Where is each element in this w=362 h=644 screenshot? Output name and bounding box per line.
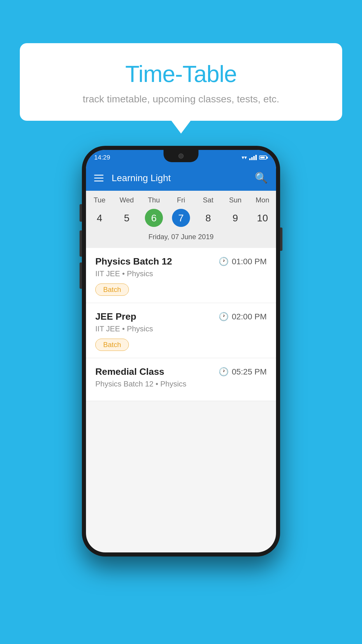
day-header-sat: Sat — [195, 196, 222, 204]
front-camera — [178, 153, 184, 159]
schedule-item-1-title: Physics Batch 12 — [95, 256, 172, 267]
battery-icon — [259, 155, 268, 160]
schedule-item-3-time-value: 05:25 PM — [232, 367, 267, 377]
battery-body — [259, 155, 267, 160]
speech-bubble: Time-Table track timetable, upcoming cla… — [20, 43, 342, 121]
schedule-item-remedial[interactable]: Remedial Class 🕐 05:25 PM Physics Batch … — [86, 358, 276, 401]
day-9[interactable]: 9 — [222, 206, 249, 229]
day-header-fri: Fri — [167, 196, 194, 204]
schedule-item-2-title: JEE Prep — [95, 311, 136, 322]
clock-icon-1: 🕐 — [219, 257, 229, 266]
phone-notch — [164, 150, 198, 162]
signal-bars-icon — [249, 155, 257, 160]
schedule-item-1-header: Physics Batch 12 🕐 01:00 PM — [95, 256, 267, 267]
schedule-item-physics-batch[interactable]: Physics Batch 12 🕐 01:00 PM IIT JEE • Ph… — [86, 248, 276, 303]
status-time: 14:29 — [94, 154, 110, 161]
schedule-item-3-header: Remedial Class 🕐 05:25 PM — [95, 366, 267, 377]
clock-icon-3: 🕐 — [219, 367, 229, 377]
schedule-item-1-time-value: 01:00 PM — [232, 257, 267, 266]
bubble-subtitle: track timetable, upcoming classes, tests… — [31, 93, 331, 105]
day-7-selected[interactable]: 7 — [167, 206, 194, 229]
app-title: Learning Light — [112, 173, 255, 183]
day-header-tue: Tue — [86, 196, 113, 204]
status-icons: ▾▾ — [242, 154, 268, 161]
menu-button[interactable] — [94, 175, 103, 181]
calendar-strip: Tue Wed Thu Fri Sat Sun Mon 4 5 6 7 8 9 … — [86, 191, 276, 248]
schedule-item-2-subtitle: IIT JEE • Physics — [95, 324, 267, 333]
day-header-sun: Sun — [222, 196, 249, 204]
phone-frame: 14:29 ▾▾ — [82, 146, 280, 556]
app-bar: Learning Light 🔍 — [86, 165, 276, 191]
schedule-item-2-time-value: 02:00 PM — [232, 312, 267, 321]
search-icon[interactable]: 🔍 — [255, 172, 268, 184]
schedule-item-3-time: 🕐 05:25 PM — [219, 367, 267, 377]
silent-button — [80, 262, 82, 289]
day-8[interactable]: 8 — [195, 206, 222, 229]
schedule-item-2-header: JEE Prep 🕐 02:00 PM — [95, 311, 267, 322]
battery-fill — [260, 157, 265, 158]
schedule-item-2-time: 🕐 02:00 PM — [219, 312, 267, 321]
wifi-icon: ▾▾ — [242, 154, 247, 161]
batch-badge-2: Batch — [95, 339, 129, 351]
day-header-mon: Mon — [249, 196, 276, 204]
schedule-item-1-subtitle: IIT JEE • Physics — [95, 269, 267, 278]
batch-badge-1: Batch — [95, 284, 129, 296]
clock-icon-2: 🕐 — [219, 312, 229, 321]
day-numbers: 4 5 6 7 8 9 10 — [86, 206, 276, 229]
phone-screen: 14:29 ▾▾ — [86, 150, 276, 552]
selected-date-label: Friday, 07 June 2019 — [86, 229, 276, 246]
bubble-title: Time-Table — [31, 61, 331, 88]
volume-up-button — [80, 204, 82, 222]
schedule-item-1-time: 🕐 01:00 PM — [219, 257, 267, 266]
day-10[interactable]: 10 — [249, 206, 276, 229]
phone-mockup: 14:29 ▾▾ — [82, 146, 280, 556]
schedule-item-3-title: Remedial Class — [95, 366, 164, 377]
volume-down-button — [80, 230, 82, 257]
day-headers: Tue Wed Thu Fri Sat Sun Mon — [86, 196, 276, 204]
battery-tip — [267, 157, 268, 159]
day-header-wed: Wed — [113, 196, 140, 204]
day-header-thu: Thu — [140, 196, 167, 204]
day-6-today[interactable]: 6 — [140, 206, 167, 229]
day-5[interactable]: 5 — [113, 206, 140, 229]
power-button — [280, 228, 282, 251]
speech-bubble-container: Time-Table track timetable, upcoming cla… — [20, 43, 342, 121]
schedule-item-jee-prep[interactable]: JEE Prep 🕐 02:00 PM IIT JEE • Physics Ba… — [86, 303, 276, 358]
schedule-item-3-subtitle: Physics Batch 12 • Physics — [95, 379, 267, 388]
day-4[interactable]: 4 — [86, 206, 113, 229]
schedule-list: Physics Batch 12 🕐 01:00 PM IIT JEE • Ph… — [86, 248, 276, 401]
